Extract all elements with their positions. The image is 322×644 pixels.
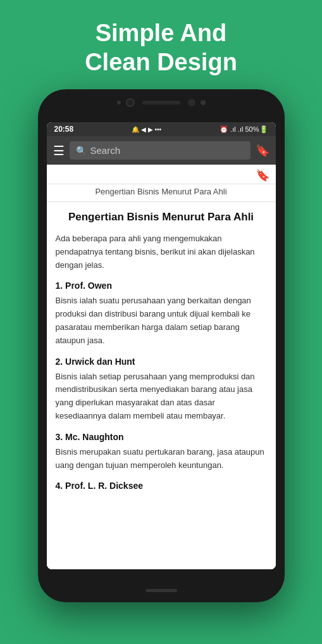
section-3-heading: 3. Mc. Naughton bbox=[56, 432, 267, 442]
phone-screen: 20:58 🔔 ◀ ▶ ••• ⏰ .ıl .ıl 50%🔋 ☰ 🔍 Searc… bbox=[47, 122, 276, 569]
search-icon: 🔍 bbox=[76, 146, 87, 156]
search-input[interactable]: Search bbox=[90, 145, 121, 156]
hamburger-icon[interactable]: ☰ bbox=[53, 143, 65, 158]
article-intro: Ada beberapa para ahli yang mengemukakan… bbox=[56, 232, 267, 272]
sensor-dot-2 bbox=[188, 99, 195, 106]
phone-home-indicator bbox=[146, 589, 177, 592]
section-3-body: Bisnis merupakan suatu pertukaran barang… bbox=[56, 446, 267, 472]
section-2-heading: 2. Urwick dan Hunt bbox=[56, 357, 267, 367]
status-time: 20:58 bbox=[54, 125, 74, 134]
sensor-dot-1 bbox=[117, 101, 121, 104]
section-1-heading: 1. Prof. Owen bbox=[56, 281, 267, 291]
section-1-body: Bisnis ialah suatu perusahaan yang berka… bbox=[56, 294, 267, 347]
phone-mockup: 20:58 🔔 ◀ ▶ ••• ⏰ .ıl .ıl 50%🔋 ☰ 🔍 Searc… bbox=[38, 89, 285, 602]
sensor-dot-3 bbox=[201, 100, 206, 105]
status-right: ⏰ .ıl .ıl 50%🔋 bbox=[220, 125, 268, 134]
phone-sensors bbox=[117, 98, 206, 107]
status-icons: 🔔 ◀ ▶ ••• bbox=[132, 126, 161, 133]
headline-line2: Clean Design bbox=[85, 49, 237, 75]
article-title: Pengertian Bisnis Menurut Para Ahli bbox=[56, 210, 267, 225]
article: Pengertian Bisnis Menurut Para Ahli Ada … bbox=[47, 202, 276, 507]
speaker bbox=[142, 101, 180, 104]
section-2-body: Bisnis ialah setiap perusahaan yang memp… bbox=[56, 370, 267, 423]
toolbar-bookmark-icon[interactable]: 🔖 bbox=[256, 144, 269, 158]
status-bar: 20:58 🔔 ◀ ▶ ••• ⏰ .ıl .ıl 50%🔋 bbox=[47, 122, 276, 136]
breadcrumb-row: 🔖 bbox=[47, 165, 276, 184]
front-camera bbox=[126, 98, 135, 107]
status-icons-text: 🔔 ◀ ▶ ••• bbox=[132, 126, 161, 133]
article-bookmark-icon[interactable]: 🔖 bbox=[256, 168, 269, 182]
search-bar[interactable]: 🔍 Search bbox=[70, 141, 251, 160]
app-toolbar: ☰ 🔍 Search 🔖 bbox=[47, 136, 276, 165]
headline-line1: Simple And bbox=[96, 20, 227, 46]
content-area: 🔖 Pengertian Bisnis Menurut Para Ahli Pe… bbox=[47, 165, 276, 569]
headline: Simple And Clean Design bbox=[59, 0, 263, 89]
section-4-heading: 4. Prof. L. R. Dicksee bbox=[56, 481, 267, 491]
breadcrumb: Pengertian Bisnis Menurut Para Ahli bbox=[47, 184, 276, 202]
